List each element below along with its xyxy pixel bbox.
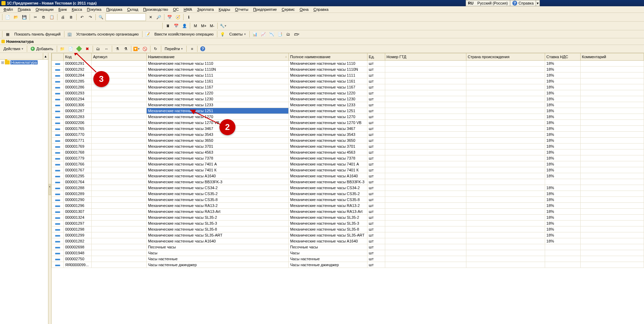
help-button[interactable]: ? Справка [510, 0, 536, 6]
filter-dropdown-icon[interactable]: 🔽 [133, 45, 140, 53]
table-row[interactable]: ▬000001324Механические настенные часы SL… [52, 215, 644, 221]
column-header-gtd[interactable]: Номер ГТД [385, 53, 466, 61]
search-exec-icon[interactable]: 🔎 [155, 13, 163, 21]
table-row[interactable]: ▬000001771Механические настенные часы 36… [52, 138, 644, 144]
table-row[interactable]: ▬000001770Механические настенные часы 35… [52, 132, 644, 138]
expand-icon[interactable]: ⊞ [1, 60, 4, 65]
search-clear-icon[interactable]: ✕ [147, 13, 154, 21]
tools-dropdown-icon[interactable]: 🔧 [219, 22, 227, 30]
redo-icon[interactable]: ↷ [86, 13, 94, 21]
column-header-vat[interactable]: Ставка НДС [545, 53, 580, 61]
help-dropdown[interactable]: ▾ [536, 0, 540, 6]
nav-icon[interactable]: 🧭 [174, 13, 182, 21]
table-row[interactable]: ▬000001948ЧасыЧасышт [52, 250, 644, 256]
info-icon[interactable]: ℹ [185, 13, 193, 21]
menu-item-1[interactable]: Правка [16, 7, 33, 12]
copy-row-icon[interactable]: 📄 [67, 45, 75, 53]
table-row[interactable]: ▬000001295Механические настенные часы A1… [52, 173, 644, 179]
table-row[interactable]: ▬000001283Механические настенные часы 12… [52, 114, 644, 120]
edit-icon[interactable] [75, 45, 83, 53]
table-row[interactable]: ▬000001298Механические настенные часы SL… [52, 226, 644, 232]
delete-mark-icon[interactable]: ✖ [84, 45, 91, 53]
column-header-name[interactable]: Наименование▵ [146, 53, 288, 61]
add-group-icon[interactable]: 📁 [59, 45, 66, 53]
goto-dropdown[interactable]: Перейти [163, 46, 185, 52]
help-form-icon[interactable]: ? [199, 45, 207, 53]
column-header-fullname[interactable]: Полное наименование [288, 53, 367, 61]
table-row[interactable]: ▬000001767Механические настенные часы 74… [52, 167, 644, 173]
undo-icon[interactable]: ↶ [78, 13, 86, 21]
report5-icon[interactable]: 🗂 [285, 30, 292, 38]
memory-mminus-button[interactable]: M- [208, 22, 216, 30]
tips-dropdown-button[interactable]: Советы [227, 31, 248, 37]
menu-item-3[interactable]: Банк [56, 7, 69, 12]
menu-item-2[interactable]: Операции [33, 7, 55, 12]
paste-icon[interactable]: 📋 [48, 13, 56, 21]
actions-dropdown[interactable]: Действия [1, 46, 25, 52]
report3-icon[interactable]: 📉 [268, 30, 276, 38]
table-row[interactable]: ▬000001287Механические настенные часы 12… [52, 108, 644, 114]
save-icon[interactable]: 💾 [21, 13, 28, 21]
table-row[interactable]: ▬000001282Механические настенные часы А1… [52, 238, 644, 244]
tree-collapse-icon[interactable]: ▴ [43, 53, 48, 59]
add-button[interactable]: Добавить [29, 46, 55, 52]
table-row[interactable]: ▬000001296Механические настенные часы RA… [52, 203, 644, 209]
column-header-art[interactable]: Артикул [92, 53, 147, 61]
splitter-handle-icon[interactable]: ‹ [49, 184, 51, 195]
splitter[interactable]: ‹ [48, 53, 52, 324]
tree-root-node[interactable]: ⊞ Номенклатура [0, 60, 48, 65]
copy-icon[interactable]: ⧉ [40, 13, 47, 21]
filter1-icon[interactable]: ⚗ [114, 45, 121, 53]
refresh-icon[interactable]: ↻ [152, 45, 160, 53]
table-row[interactable]: ▬000001297Механические настенные часы SL… [52, 221, 644, 226]
open-icon[interactable]: 📂 [12, 13, 20, 21]
table-row[interactable]: ▬000001299Механические настенные часы SL… [52, 232, 644, 238]
column-header-country[interactable]: Страна происхождения [466, 53, 545, 61]
menu-item-5[interactable]: Покупка [85, 7, 104, 12]
menu-item-4[interactable]: Касса [70, 7, 84, 12]
filter2-icon[interactable]: ⚗ [122, 45, 130, 53]
table-row[interactable]: ▬000002750Часы настенныеЧасы настенныешт [52, 256, 644, 262]
table-row[interactable]: ▬000001286Механические настенные часы 11… [52, 84, 644, 90]
memory-mplus-button[interactable]: M+ [200, 22, 208, 30]
report2-icon[interactable]: 📈 [259, 30, 267, 38]
table-row[interactable]: ▬000001290Механические настенные часы CS… [52, 197, 644, 203]
menu-item-14[interactable]: Предприятие [251, 7, 279, 12]
print-icon[interactable]: 🖨 [59, 13, 67, 21]
reports-dropdown-icon[interactable]: 🗃 [293, 30, 301, 38]
hierarchy-icon[interactable]: 🗂 [94, 45, 102, 53]
data-grid[interactable]: КодАртикулНаименование▵Полное наименован… [52, 53, 644, 324]
tips-icon[interactable]: 💡 [219, 30, 226, 38]
calendar2-icon[interactable]: 📅 [172, 22, 180, 30]
column-header-icon[interactable] [52, 53, 64, 61]
table-row[interactable]: ▬000001779Механические настенные часы 73… [52, 155, 644, 161]
menu-item-10[interactable]: НМА [181, 7, 194, 12]
table-row[interactable]: ▬000001288Механические настенные часы CS… [52, 185, 644, 191]
new-doc-icon[interactable]: 📄 [4, 13, 11, 21]
menu-item-8[interactable]: Производство [141, 7, 170, 12]
table-row[interactable]: ▬000001292Механические настенные часы 11… [52, 67, 644, 72]
settings-icon[interactable]: ≡ [188, 45, 196, 53]
menu-item-12[interactable]: Кадры [217, 7, 232, 12]
menu-item-17[interactable]: Справка [311, 7, 331, 12]
table-row[interactable]: ▬000002698Песочные часыПесочные часышт [52, 244, 644, 250]
table-row[interactable]: ▬000001306Механические настенные часы 12… [52, 102, 644, 108]
memory-m-button[interactable]: M [192, 22, 199, 30]
table-row[interactable]: ▬ЯЯ0000099...Часы настенные джинджерЧасы… [52, 262, 644, 268]
search-icon[interactable]: 🔍 [97, 13, 105, 21]
language-selector[interactable]: RU Русский (Россия) [466, 0, 510, 6]
table-row[interactable]: ▬000001765Механические настенные часы 34… [52, 126, 644, 132]
menu-item-7[interactable]: Склад [125, 7, 140, 12]
menu-item-11[interactable]: Зарплата [195, 7, 216, 12]
menu-item-13[interactable]: Отчеты [233, 7, 250, 12]
table-row[interactable]: ▬000001289Механические настенные часы CS… [52, 191, 644, 197]
calc-icon[interactable]: 🖩 [164, 22, 172, 30]
column-header-unit[interactable]: Ед. [367, 53, 385, 61]
panel-icon[interactable]: ▦ [4, 30, 11, 38]
menu-item-6[interactable]: Продажа [104, 7, 124, 12]
table-row[interactable]: ▬000001291Механические настенные часы 11… [52, 61, 644, 67]
menu-item-16[interactable]: Окна [297, 7, 311, 12]
calendar-icon[interactable]: 📅 [166, 13, 173, 21]
menu-item-9[interactable]: ОС [171, 7, 181, 12]
filter-clear-icon[interactable]: 🚫 [141, 45, 149, 53]
